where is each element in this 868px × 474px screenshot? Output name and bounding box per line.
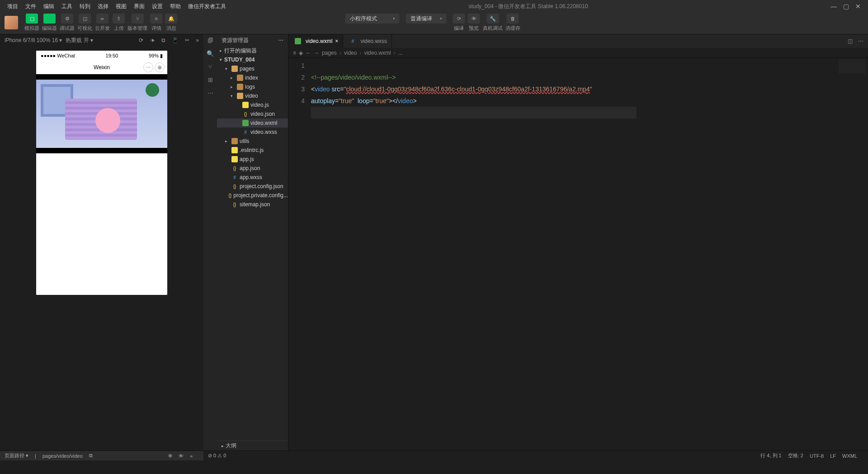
simulator-phone[interactable]: ●●●●● WeChat 19:50 99% ▮ Weixin — [36, 51, 167, 295]
ellipsis-icon[interactable]: ⋯ — [208, 90, 213, 96]
menu-微信开发者工具[interactable]: 微信开发者工具 — [184, 3, 230, 10]
tree-video.json[interactable]: video.json — [217, 109, 288, 118]
page-path-select[interactable]: 页面路径 ▾ — [5, 452, 28, 459]
menu-编辑[interactable]: 编辑 — [40, 3, 58, 10]
crumb-bookmark-icon[interactable]: ◈ — [299, 50, 303, 56]
tb-编辑器[interactable] — [43, 14, 56, 24]
menu-设置[interactable]: 设置 — [148, 3, 166, 10]
compile-select[interactable]: 普通编译▾ — [406, 14, 447, 24]
sim-leaf-icon[interactable]: » — [196, 37, 199, 43]
device-select[interactable]: iPhone 6/7/8 100% 16 ▾ — [5, 37, 62, 43]
sim-collapse-icon[interactable]: » — [190, 453, 193, 459]
tree-app.js[interactable]: app.js — [217, 155, 288, 164]
sim-rotate-icon[interactable]: 📱 — [172, 37, 179, 43]
sim-mute-icon[interactable]: 🕩 — [150, 37, 155, 43]
maximize-button[interactable]: ▢ — [843, 3, 849, 10]
video-player[interactable] — [36, 74, 167, 153]
mode-select[interactable]: 小程序模式▾ — [345, 14, 400, 24]
tree-video.wxss[interactable]: video.wxss — [217, 128, 288, 137]
tb-可视化[interactable]: ◫ — [79, 14, 91, 24]
explorer-title: 资源管理器 — [222, 37, 249, 44]
tb-调试器[interactable]: ⚙ — [61, 14, 73, 24]
tb-版本管理[interactable]: ⑂ — [132, 14, 144, 24]
crumb-nav-icon[interactable]: ≡ — [293, 50, 296, 56]
tb-消息[interactable]: 🔔 — [165, 14, 177, 24]
sim-refresh-icon[interactable]: ⟳ — [139, 37, 143, 43]
tb-详情[interactable]: ≡ — [150, 14, 162, 24]
tree-video[interactable]: ▾video — [217, 91, 288, 100]
carrier-label: ●●●●● WeChat — [41, 53, 75, 58]
tb-模拟器[interactable]: ▢ — [26, 14, 38, 24]
avatar[interactable] — [5, 16, 18, 29]
menu-视图[interactable]: 视图 — [112, 3, 130, 10]
menu-转到[interactable]: 转到 — [76, 3, 94, 10]
minimize-button[interactable]: — — [830, 3, 837, 10]
branch-icon[interactable]: ⑂ — [208, 63, 212, 70]
outline-section[interactable]: ▸大纲 — [217, 441, 288, 450]
capsule-menu-icon[interactable] — [143, 62, 153, 72]
capsule-close-icon[interactable] — [155, 62, 165, 72]
crumb-video[interactable]: video — [344, 50, 357, 56]
crumb-back-icon[interactable]: ← — [306, 50, 311, 56]
tree-index[interactable]: ▸index — [217, 73, 288, 82]
crumb-pages[interactable]: pages — [322, 50, 337, 56]
split-editor-icon[interactable]: ◫ — [848, 38, 853, 44]
tree-logs[interactable]: ▸logs — [217, 82, 288, 91]
eol[interactable]: LF — [830, 453, 836, 459]
project-root[interactable]: ▾STUDY_004 — [217, 55, 288, 64]
language-mode[interactable]: WXML — [842, 453, 857, 459]
code-editor[interactable]: 1234 <!--pages/video/video.wxml--> <vide… — [288, 58, 868, 450]
sim-target-icon[interactable]: ⊕ — [168, 453, 172, 459]
crumb-video.wxml[interactable]: video.wxml — [364, 50, 391, 56]
tab-video.wxml[interactable]: video.wxml× — [288, 34, 343, 48]
tree-.eslintrc.js[interactable]: .eslintrc.js — [217, 146, 288, 155]
time-label: 19:50 — [75, 53, 149, 58]
menu-工具[interactable]: 工具 — [58, 3, 76, 10]
sim-eye-icon[interactable]: 👁 — [179, 453, 184, 459]
explorer-panel: 资源管理器⋯ ▸打开的编辑器 ▾STUDY_004 ▾pages▸index▸l… — [217, 34, 288, 450]
tree-project.private.config...[interactable]: project.private.config... — [217, 191, 288, 200]
close-button[interactable]: ✕ — [855, 3, 861, 10]
tb-编译[interactable]: ⟳ — [453, 14, 465, 24]
tree-pages[interactable]: ▾pages — [217, 64, 288, 73]
tree-app.wxss[interactable]: app.wxss — [217, 173, 288, 182]
menu-帮助[interactable]: 帮助 — [166, 3, 184, 10]
encoding[interactable]: UTF-8 — [810, 453, 824, 459]
explorer-more-icon[interactable]: ⋯ — [278, 37, 283, 43]
sim-capture-icon[interactable]: ⧉ — [161, 37, 165, 43]
tb-云开发[interactable]: ∞ — [96, 14, 108, 24]
cursor-pos[interactable]: 行 4, 列 1 — [760, 452, 781, 459]
page-path-value[interactable]: pages/video/video — [42, 453, 83, 459]
crumb-fwd-icon[interactable]: → — [314, 50, 319, 56]
minimap[interactable] — [839, 60, 866, 73]
files-icon[interactable]: 🗐 — [208, 37, 213, 44]
tree-video.wxml[interactable]: video.wxml — [217, 118, 288, 128]
menu-界面[interactable]: 界面 — [130, 3, 148, 10]
editor-tabs: video.wxml×video.wxss ◫ ⋯ — [288, 34, 868, 48]
sim-scissors-icon[interactable]: ✂ — [185, 37, 189, 43]
tree-project.config.json[interactable]: project.config.json — [217, 182, 288, 191]
tb-预览[interactable]: 👁 — [468, 14, 480, 24]
menu-文件[interactable]: 文件 — [22, 3, 40, 10]
tree-app.json[interactable]: app.json — [217, 164, 288, 173]
hot-reload-toggle[interactable]: 热重载 开 ▾ — [66, 37, 93, 44]
tab-more-icon[interactable]: ⋯ — [858, 38, 863, 44]
tree-utils[interactable]: ▸utils — [217, 137, 288, 146]
tab-close-icon[interactable]: × — [335, 38, 338, 44]
open-editors-section[interactable]: ▸打开的编辑器 — [217, 46, 288, 55]
ext-icon[interactable]: ⊞ — [208, 76, 213, 83]
problems-status[interactable]: ⊘ 0 ⚠ 0 — [208, 453, 226, 459]
tb-清缓存[interactable]: 🗑 — [507, 14, 519, 24]
editor-footer: ⊘ 0 ⚠ 0 行 4, 列 1 空格: 2 UTF-8 LF WXML — [203, 450, 868, 460]
crumb-...[interactable]: ... — [398, 50, 403, 56]
copy-path-icon[interactable]: ⧉ — [89, 453, 93, 459]
tree-sitemap.json[interactable]: sitemap.json — [217, 200, 288, 209]
tree-video.js[interactable]: video.js — [217, 100, 288, 109]
tab-video.wxss[interactable]: video.wxss — [343, 34, 392, 48]
tb-上传[interactable]: ⇪ — [113, 14, 125, 24]
search-icon[interactable]: 🔍 — [207, 50, 214, 57]
menu-项目[interactable]: 项目 — [4, 3, 22, 10]
tb-真机调试[interactable]: 🔧 — [486, 14, 499, 24]
indent-setting[interactable]: 空格: 2 — [788, 452, 803, 459]
menu-选择[interactable]: 选择 — [94, 3, 112, 10]
